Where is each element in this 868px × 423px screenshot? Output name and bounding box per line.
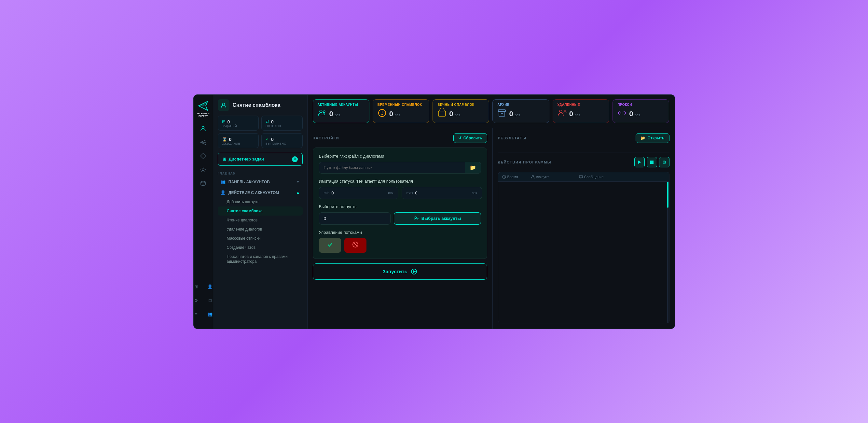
message-col-icon — [579, 175, 583, 179]
accounts-section: Выберите аккаунты Выбрать аккаунты — [319, 204, 481, 225]
results-panel: РЕЗУЛЬТАТЫ 📂 Открыть ДЕЙСТВИЯ ПРОГРАММЫ — [492, 128, 675, 329]
tempspam-card-header: Временный спамблок — [377, 103, 422, 107]
select-accounts-icon — [414, 216, 419, 221]
nav-group-header-accounts-panel[interactable]: 👥 ПАНЕЛЬ АККАУНТОВ ▼ — [218, 177, 303, 187]
actions-table-body[interactable] — [498, 181, 670, 323]
typing-inputs: min сек max сек — [319, 187, 481, 199]
nav-item-find-chats[interactable]: Поиск чатов и каналов с правами админист… — [218, 252, 303, 267]
nav-item-create-chats[interactable]: Создание чатов — [218, 243, 303, 252]
svg-point-14 — [382, 114, 382, 115]
svg-point-10 — [319, 110, 322, 113]
time-column-header: Время — [502, 175, 528, 179]
svg-rect-18 — [499, 112, 505, 116]
task-manager-button[interactable]: ⊞ Диспетчер задач 0 — [218, 153, 303, 166]
select-accounts-button[interactable]: Выбрать аккаунты — [394, 212, 481, 225]
stream-stop-button[interactable] — [344, 238, 367, 253]
proxy-card-unit: pcs — [634, 113, 640, 117]
proxy-card-header: Прокси — [617, 103, 640, 107]
reset-icon: ↺ — [458, 136, 462, 140]
active-card-header: Активные аккаунты — [318, 103, 358, 107]
nav-group-panel-label: ПАНЕЛЬ АККАУНТОВ — [228, 180, 270, 184]
typing-min-label: min — [324, 191, 330, 195]
file-input-row: 📁 — [319, 162, 481, 174]
play-icon — [638, 160, 642, 164]
results-title: РЕЗУЛЬТАТЫ — [498, 136, 527, 140]
top-card-tempspam: Временный спамблок 0 pcs — [373, 99, 429, 123]
nav-send-icon[interactable] — [197, 137, 209, 148]
check-icon — [327, 241, 333, 248]
stop-action-button[interactable] — [647, 157, 657, 168]
accounts-row: Выбрать аккаунты — [319, 212, 481, 225]
top-cards: Активные аккаунты 0 pcs — [308, 95, 675, 128]
nav-diamond-icon[interactable] — [197, 150, 209, 162]
nav-grid-icon[interactable]: ⊞ — [193, 281, 203, 293]
launch-icon — [411, 268, 417, 275]
account-col-label: Аккаунт — [536, 175, 549, 179]
account-column-header: Аккаунт — [531, 175, 577, 179]
work-area: НАСТРОЙКИ ↺ Сбросить Выберите *.txt файл… — [308, 128, 675, 329]
nav-group-header-actions[interactable]: 👤 ДЕЙСТВИЕ С АККАУНТОМ ▲ — [218, 188, 303, 197]
group-panel-icon: 👥 — [220, 179, 225, 184]
stat-pending: ⌛ 0 ожидание — [218, 133, 259, 148]
delete-action-button[interactable] — [659, 157, 670, 168]
typing-max-unit: сек — [472, 191, 477, 195]
accounts-count-input[interactable] — [319, 212, 391, 225]
reset-button[interactable]: ↺ Сбросить — [453, 133, 487, 143]
actions-header: ДЕЙСТВИЯ ПРОГРАММЫ — [498, 157, 670, 168]
top-card-archive: Архив 0 pcs — [492, 99, 549, 123]
stat-tasks: ⊞ 0 заданий — [218, 116, 259, 130]
nav-list-icon[interactable]: ≡ — [193, 308, 203, 320]
nav-item-delete-dialogs[interactable]: Удаление диалогов — [218, 225, 303, 234]
typing-max-label: max — [406, 191, 413, 195]
launch-button[interactable]: Запустить — [313, 264, 487, 280]
tempspam-card-count: 0 — [389, 110, 393, 118]
stream-check-button[interactable] — [319, 238, 341, 253]
nav-item-read-dialogs[interactable]: Чтение диалогов — [218, 216, 303, 225]
top-card-deleted: Удаленные 0 pcs — [553, 99, 609, 123]
nav-section-title: ГЛАВНАЯ — [218, 172, 303, 175]
stat-done: ✓ 0 выполнено — [261, 133, 303, 148]
open-results-button[interactable]: 📂 Открыть — [636, 133, 669, 143]
typing-section: Имитация статуса "Печатает" для пользова… — [319, 179, 481, 199]
play-action-button[interactable] — [634, 157, 645, 168]
page-title: Снятие спамблока — [233, 102, 281, 108]
tasks-icon: ⊞ — [222, 119, 225, 124]
results-divider — [498, 152, 670, 152]
archive-card-header: Архив — [497, 103, 520, 107]
task-manager-icon: ⊞ — [223, 157, 226, 161]
nav-database-icon[interactable] — [197, 178, 209, 189]
nav-user-icon[interactable] — [197, 123, 209, 134]
user-col-icon — [531, 175, 535, 179]
stop-icon — [650, 160, 654, 164]
streams-label: потоков — [266, 124, 299, 128]
deleted-card-unit: pcs — [575, 113, 580, 117]
archive-card-count: 0 — [509, 110, 513, 118]
nav-group-actions: 👤 ДЕЙСТВИЕ С АККАУНТОМ ▲ Добавить аккаун… — [218, 188, 303, 267]
svg-rect-15 — [438, 111, 445, 116]
file-browse-button[interactable]: 📁 — [465, 162, 481, 174]
svg-line-4 — [200, 142, 206, 145]
stat-streams: ⇄ 0 потоков — [261, 116, 303, 130]
nav-item-remove-spam[interactable]: Снятие спамблока — [218, 207, 303, 216]
action-buttons — [634, 157, 670, 168]
typing-min-input[interactable] — [331, 190, 386, 195]
ban-icon — [352, 241, 359, 248]
nav-item-mass-unsubscribe[interactable]: Массовые отписки — [218, 234, 303, 243]
tempspam-card-unit: pcs — [395, 113, 400, 117]
proxy-card-count: 0 — [629, 110, 633, 118]
svg-point-23 — [618, 112, 621, 114]
typing-max-input[interactable] — [415, 190, 470, 195]
nav-settings-icon[interactable] — [197, 164, 209, 176]
svg-rect-17 — [498, 110, 505, 112]
file-path-input[interactable] — [319, 162, 465, 174]
actions-title: ДЕЙСТВИЯ ПРОГРАММЫ — [498, 160, 552, 164]
nav-item-add-account[interactable]: Добавить аккаунт — [218, 197, 303, 207]
nav-gear-icon[interactable]: ⚙ — [193, 295, 203, 306]
svg-point-7 — [202, 169, 204, 171]
time-col-label: Время — [507, 175, 518, 179]
typing-min-unit: сек — [388, 191, 393, 195]
svg-rect-38 — [579, 176, 583, 178]
typing-max-group: max сек — [402, 187, 482, 199]
message-column-header: Сообщение — [579, 175, 665, 179]
pending-icon: ⌛ — [222, 137, 227, 142]
